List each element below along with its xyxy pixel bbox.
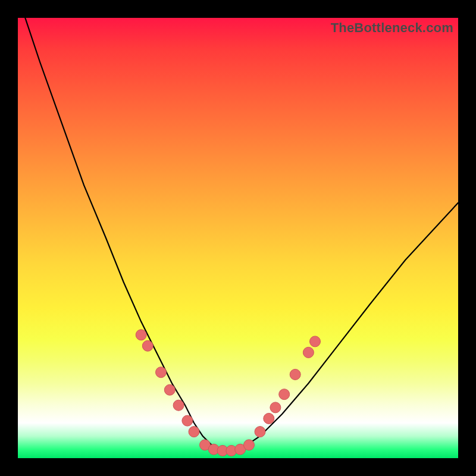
curve-marker-right (279, 389, 290, 400)
curve-marker-right (255, 427, 265, 437)
bottleneck-curve-path (18, 18, 458, 449)
curve-marker-left (142, 340, 153, 351)
marker-layer (136, 330, 320, 456)
plot-area: TheBottleneck.com (18, 18, 458, 458)
curve-svg (18, 18, 458, 458)
curve-marker-right (290, 369, 300, 380)
curve-marker-left (182, 415, 193, 426)
curve-marker-left (189, 427, 199, 437)
chart-frame: TheBottleneck.com (0, 0, 476, 476)
curve-marker-right (270, 402, 281, 413)
curve-marker-left (164, 384, 175, 395)
curve-marker-left (156, 367, 167, 378)
curve-marker-bottom (244, 440, 255, 450)
curve-marker-right (264, 413, 274, 424)
curve-marker-left (136, 330, 146, 340)
curve-marker-right (303, 347, 314, 358)
curve-marker-right (310, 336, 321, 347)
curve-marker-left (173, 400, 184, 411)
